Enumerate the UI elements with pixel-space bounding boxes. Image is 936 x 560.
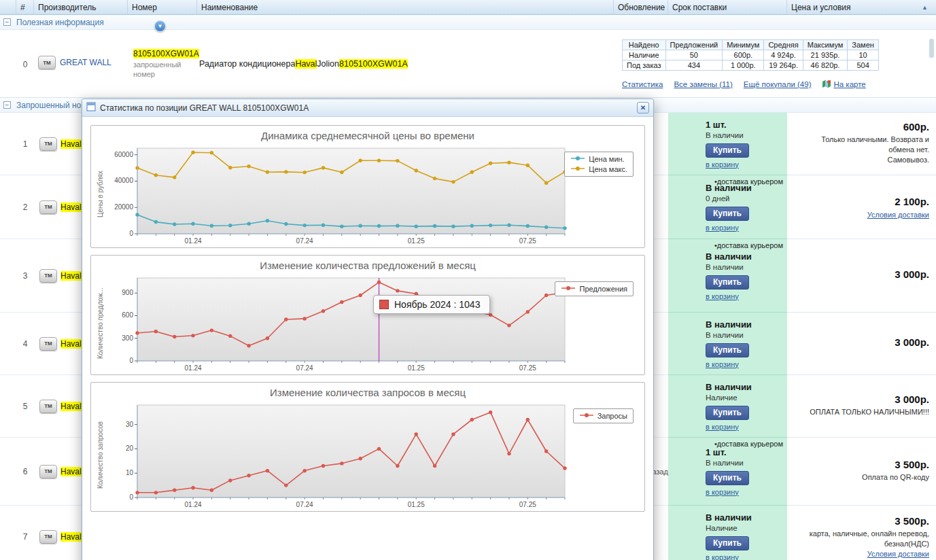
svg-text:01.25: 01.25 — [408, 501, 425, 508]
collapse-cell — [0, 175, 16, 239]
price-conditions: Оплата по QR-коду — [862, 472, 929, 483]
svg-text:07.25: 07.25 — [519, 501, 536, 508]
add-to-cart-link[interactable]: в корзину — [706, 423, 739, 431]
buy-button[interactable]: Купить — [706, 143, 749, 158]
add-to-cart-link[interactable]: в корзину — [706, 360, 739, 368]
stats-cell: 10 — [848, 50, 879, 60]
availability-status: В наличии — [706, 263, 787, 271]
col-header-manufacturer[interactable]: Производитель — [34, 0, 128, 14]
map-icon — [822, 80, 831, 88]
svg-text:07.24: 07.24 — [296, 364, 313, 372]
svg-text:0: 0 — [129, 230, 133, 237]
price-history-chart-panel: Динамика среднемесячной цены во времени … — [90, 125, 645, 248]
brand-name: Haval — [60, 203, 82, 212]
y-axis-label: Количество предлож... — [95, 273, 105, 373]
info-links: Статистика Все замены (11) Ещё покупали … — [622, 80, 894, 88]
offer-stats-table: НайденоПредложенийМинимумСредняяМаксимум… — [622, 39, 879, 71]
add-to-cart-link[interactable]: в корзину — [706, 488, 739, 496]
add-to-cart-link[interactable]: в корзину — [706, 160, 739, 169]
col-header-price[interactable]: Цена и условия ▲ — [787, 0, 936, 14]
row-number: 6 — [16, 438, 34, 506]
series-min-marker — [570, 155, 585, 163]
row-number: 1 — [16, 113, 34, 175]
price-value: 3 000р. — [895, 393, 929, 405]
buy-button[interactable]: Купить — [706, 343, 749, 357]
availability-cell: В наличии В наличии Купить в корзину — [668, 313, 787, 375]
section-label: Полезная информация — [16, 18, 104, 27]
svg-text:20: 20 — [126, 444, 134, 452]
buy-button[interactable]: Купить — [706, 207, 749, 221]
replacements-link[interactable]: Все замены (11) — [674, 80, 732, 88]
requested-number-note: запрошенный номер — [133, 60, 196, 80]
add-to-cart-link[interactable]: в корзину — [706, 553, 739, 560]
stats-col-header: Минимум — [723, 40, 764, 50]
availability-status: Наличие — [706, 393, 787, 402]
price-cell: 3 500р. Оплата по QR-коду — [787, 438, 936, 506]
collapse-icon[interactable]: − — [3, 18, 11, 26]
statistics-link[interactable]: Статистика — [622, 80, 663, 88]
stats-col-header: Предложений — [665, 40, 723, 50]
svg-text:600: 600 — [122, 311, 133, 319]
buy-button[interactable]: Купить — [706, 471, 749, 485]
price-value: 3 500р. — [895, 459, 929, 470]
price-value: 3 000р. — [895, 268, 929, 280]
brand-name: Haval — [60, 532, 82, 542]
chart-legend: Предложения — [555, 281, 634, 296]
modal-body: Динамика среднемесячной цены во времени … — [82, 117, 653, 560]
stats-cell: 21 935р. — [803, 50, 848, 60]
buy-button[interactable]: Купить — [706, 536, 749, 550]
collapse-cell — [0, 375, 16, 438]
brand-link[interactable]: GREAT WALL — [60, 58, 111, 67]
svg-text:60000: 60000 — [114, 151, 133, 158]
stats-col-header: Средняя — [764, 40, 803, 50]
delivery-terms-link[interactable]: Условия доставки — [867, 211, 929, 219]
brand-name: Haval — [60, 271, 82, 281]
svg-text:01.24: 01.24 — [185, 237, 202, 245]
col-header-updated[interactable]: Обновление — [614, 0, 668, 14]
col-header-name[interactable]: Наименование — [197, 0, 614, 14]
svg-text:01.24: 01.24 — [185, 501, 202, 508]
delivery-terms-link[interactable]: Условия доставки — [867, 550, 929, 558]
price-cell: 3 000р. — [787, 313, 936, 375]
col-header-number[interactable]: Номер — [128, 0, 197, 14]
series-requests-marker — [579, 412, 594, 420]
table-header: # Производитель Номер Наименование Обнов… — [0, 0, 936, 15]
col-header-index[interactable]: # — [16, 0, 34, 14]
price-value: 2 100р. — [895, 196, 929, 207]
stats-cell: 504 — [848, 60, 879, 71]
availability-cell: 1 шт. В наличии Купить в корзину — [668, 113, 787, 175]
price-conditions: карта, наличные, онлайн перевод, безнал(… — [810, 529, 929, 549]
delivery-note: •доставка курьером — [714, 241, 783, 249]
col-header-delivery[interactable]: Срок поставки — [668, 0, 787, 14]
buy-button[interactable]: Купить — [706, 275, 749, 290]
requests-count-chart-panel: Изменение количества запросов в месяц Ко… — [90, 382, 645, 512]
close-icon[interactable]: ✕ — [637, 102, 649, 113]
buy-button[interactable]: Купить — [706, 406, 749, 420]
scrollbar-thumb[interactable] — [929, 39, 934, 58]
modal-titlebar[interactable]: Статистика по позиции GREAT WALL 8105100… — [82, 99, 653, 117]
add-to-cart-link[interactable]: в корзину — [706, 224, 739, 232]
svg-text:10: 10 — [126, 469, 134, 476]
delivery-note: •доставка курьером — [714, 177, 783, 186]
collapse-cell — [0, 313, 16, 375]
price-cell: 2 100р. Условия доставки — [787, 175, 936, 239]
availability-status: В наличии — [706, 459, 787, 467]
stats-cell: 1 000р. — [723, 60, 764, 71]
add-to-cart-link[interactable]: в корзину — [706, 292, 739, 300]
window-icon — [86, 102, 96, 113]
statistics-modal: Статистика по позиции GREAT WALL 8105100… — [82, 99, 654, 560]
map-link[interactable]: На карте — [822, 80, 865, 88]
price-history-plot: 020000400006000001.2407.2401.2507.25 — [105, 143, 629, 246]
brand-logo: TM — [39, 200, 57, 214]
also-bought-link[interactable]: Ещё покупали (49) — [744, 80, 812, 88]
availability-status: В наличии — [706, 331, 787, 339]
series-max-marker — [570, 165, 585, 173]
svg-text:900: 900 — [122, 289, 133, 296]
collapse-column-header — [0, 0, 16, 14]
collapse-icon[interactable]: − — [3, 101, 11, 109]
scroll-to-offers-icon[interactable]: ▼ — [154, 20, 166, 32]
offers-count-chart-panel: Изменение количества предложений в месяц… — [90, 255, 645, 375]
sort-asc-icon[interactable]: ▲ — [922, 3, 928, 14]
price-cell: 3 000р. — [787, 239, 936, 313]
availability-status: Наличие — [706, 524, 787, 532]
